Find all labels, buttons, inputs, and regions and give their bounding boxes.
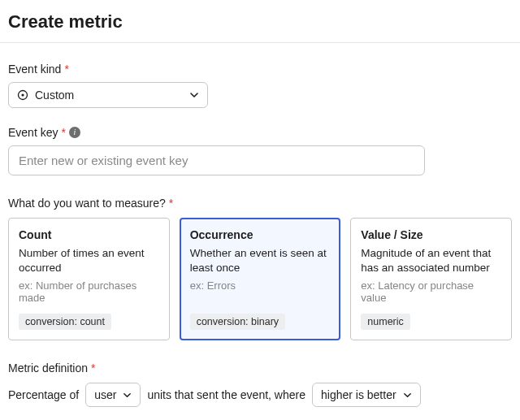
card-tag: conversion: binary	[190, 314, 285, 330]
create-metric-page: Create metric Event kind * Custom Event …	[0, 0, 520, 420]
direction-select[interactable]: higher is better	[312, 383, 421, 407]
card-title: Occurrence	[190, 228, 331, 241]
card-title: Count	[19, 228, 159, 241]
measure-label: What do you want to measure? *	[8, 197, 512, 210]
card-tag: conversion: count	[19, 314, 111, 330]
metric-definition-row: Percentage of user units that sent the e…	[8, 383, 512, 407]
svg-point-1	[21, 93, 24, 96]
event-key-label-text: Event key	[8, 126, 58, 139]
card-tag: numeric	[361, 314, 410, 330]
unit-value: user	[94, 388, 116, 401]
card-desc: Number of times an event occurred	[19, 246, 159, 275]
event-kind-label: Event kind *	[8, 63, 512, 76]
measure-label-text: What do you want to measure?	[8, 197, 166, 210]
required-asterisk: *	[64, 63, 68, 76]
card-desc: Magnitude of an event that has an associ…	[361, 246, 501, 275]
event-key-input[interactable]	[8, 145, 425, 175]
measure-options: Count Number of times an event occurred …	[8, 218, 512, 340]
card-example: ex: Latency or purchase value	[361, 279, 501, 304]
required-asterisk: *	[91, 362, 95, 375]
card-example: ex: Number of purchases made	[19, 279, 159, 304]
direction-value: higher is better	[321, 388, 396, 401]
event-kind-select[interactable]: Custom	[8, 82, 208, 108]
unit-select[interactable]: user	[85, 383, 141, 407]
chevron-down-icon	[403, 391, 412, 400]
chevron-down-icon	[189, 90, 199, 100]
required-asterisk: *	[169, 197, 173, 210]
required-asterisk: *	[61, 126, 65, 139]
event-kind-value: Custom	[35, 89, 74, 102]
measure-card-count[interactable]: Count Number of times an event occurred …	[8, 218, 170, 340]
metric-definition-label: Metric definition *	[8, 362, 512, 375]
card-desc: Whether an event is seen at least once	[190, 246, 331, 275]
page-title: Create metric	[8, 11, 512, 32]
definition-prefix: Percentage of	[8, 388, 79, 401]
card-example: ex: Errors	[190, 279, 331, 292]
measure-card-occurrence[interactable]: Occurrence Whether an event is seen at l…	[180, 218, 341, 340]
custom-event-icon	[17, 89, 28, 101]
divider	[0, 42, 520, 43]
measure-card-value[interactable]: Value / Size Magnitude of an event that …	[350, 218, 512, 340]
event-kind-label-text: Event kind	[8, 63, 61, 76]
event-key-label: Event key * i	[8, 126, 512, 139]
metric-definition-label-text: Metric definition	[8, 362, 88, 375]
info-icon[interactable]: i	[69, 127, 80, 138]
chevron-down-icon	[123, 391, 132, 400]
card-title: Value / Size	[361, 228, 501, 241]
definition-middle: units that sent the event, where	[147, 388, 306, 401]
